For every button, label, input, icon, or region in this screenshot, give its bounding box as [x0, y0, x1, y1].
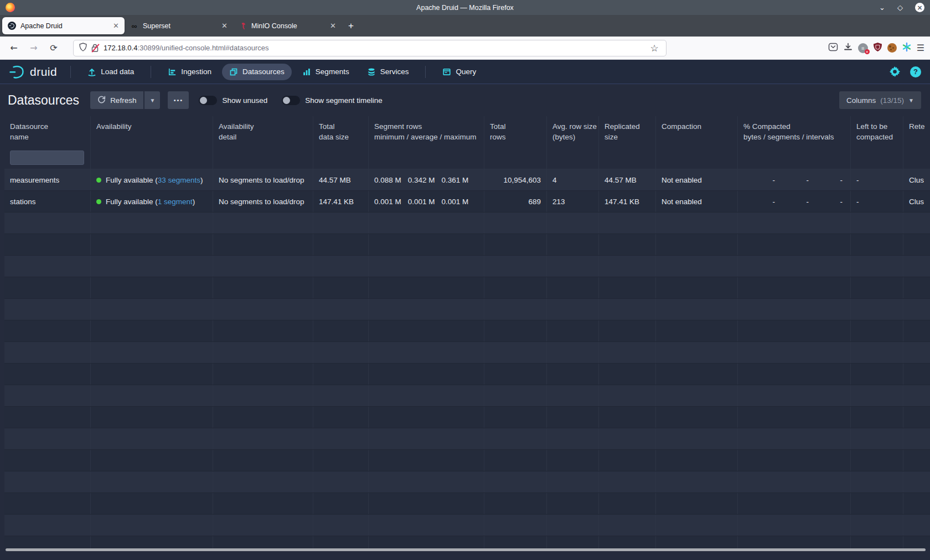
new-tab-button[interactable]: + — [342, 20, 360, 32]
empty-cell — [313, 364, 369, 385]
download-icon[interactable] — [843, 42, 853, 54]
empty-cell — [313, 515, 369, 536]
settings-gear-icon[interactable] — [890, 66, 900, 77]
bookmark-star-icon[interactable]: ☆ — [648, 42, 660, 54]
pocket-icon[interactable] — [828, 42, 838, 54]
tab-apache-druid[interactable]: Apache Druid ✕ — [2, 17, 125, 34]
empty-cell — [599, 493, 656, 514]
column-header-retention[interactable]: Rete — [903, 116, 930, 146]
nav-item-query[interactable]: Query — [435, 64, 483, 80]
empty-cell — [547, 212, 599, 234]
ublock-origin-icon[interactable] — [873, 42, 882, 54]
column-header-availability[interactable]: Availability — [91, 116, 213, 146]
table-filter-row — [4, 146, 930, 169]
menu-icon[interactable]: ☰ — [917, 43, 924, 53]
nav-item-datasources[interactable]: Datasources — [222, 64, 292, 80]
nav-item-label: Ingestion — [181, 68, 211, 76]
empty-table-row — [4, 493, 930, 515]
privacy-extension-icon[interactable]: ıı✕ — [858, 43, 868, 53]
insecure-lock-icon[interactable] — [91, 44, 99, 53]
segments-link[interactable]: 1 segment — [158, 198, 193, 206]
column-header-total-rows[interactable]: Totalrows — [484, 116, 547, 146]
empty-cell — [4, 277, 91, 298]
empty-cell — [369, 342, 484, 363]
table-row-stations: stations Fully available (1 segment) No … — [4, 191, 930, 212]
cell-total-data-size: 44.57 MB — [313, 169, 369, 190]
empty-cell — [369, 320, 484, 341]
empty-cell — [903, 299, 930, 320]
cell-retention: Clus — [903, 169, 930, 190]
datasource-name-filter-input[interactable] — [10, 151, 84, 165]
empty-cell — [91, 320, 213, 341]
maximize-icon[interactable]: ◇ — [897, 4, 903, 11]
forward-icon[interactable]: → — [25, 40, 42, 56]
column-header-replicated-size[interactable]: Replicatedsize — [599, 116, 656, 146]
tab-close-icon[interactable]: ✕ — [330, 22, 336, 30]
shield-icon[interactable] — [79, 43, 87, 54]
empty-cell — [656, 515, 738, 536]
empty-cell — [599, 320, 656, 341]
empty-cell — [484, 407, 547, 428]
help-icon[interactable]: ? — [910, 66, 921, 77]
back-icon[interactable]: ← — [6, 40, 22, 56]
empty-cell — [599, 428, 656, 449]
url-bar[interactable]: 172.18.0.4:30899/unified-console.html#da… — [73, 40, 666, 56]
empty-cell — [4, 212, 91, 234]
nav-item-services[interactable]: Services — [360, 64, 416, 80]
nav-item-label: Segments — [316, 68, 349, 76]
nav-item-segments[interactable]: Segments — [295, 64, 356, 80]
empty-cell — [903, 277, 930, 298]
column-header-segment-rows[interactable]: Segment rowsminimum / average / maximum — [369, 116, 484, 146]
empty-cell — [851, 536, 903, 548]
druid-logo[interactable]: druid — [9, 64, 57, 80]
datasources-table: Datasourcename Availability Availability… — [0, 116, 930, 548]
empty-table-row — [4, 364, 930, 385]
empty-cell — [903, 450, 930, 471]
nav-item-load-data[interactable]: Load data — [80, 64, 141, 80]
nav-item-ingestion[interactable]: Ingestion — [161, 64, 219, 80]
refresh-button[interactable]: Refresh — [90, 91, 143, 109]
column-header-datasource-name[interactable]: Datasourcename — [4, 116, 91, 146]
empty-table-row — [4, 515, 930, 536]
segments-link[interactable]: 33 segments — [158, 176, 200, 184]
tab-close-icon[interactable]: ✕ — [113, 22, 119, 30]
reload-icon[interactable]: ⟳ — [45, 40, 62, 56]
columns-count: (13/15) — [880, 96, 904, 105]
empty-cell — [599, 385, 656, 406]
window-titlebar: Apache Druid — Mozilla Firefox ⌄ ◇ × — [0, 0, 930, 15]
column-header-avg-row-size[interactable]: Avg. row size(bytes) — [547, 116, 599, 146]
empty-cell — [851, 428, 903, 449]
empty-cell — [599, 299, 656, 320]
column-header-total-data-size[interactable]: Totaldata size — [313, 116, 369, 146]
columns-button[interactable]: Columns (13/15) ▼ — [839, 91, 921, 109]
column-header-compaction[interactable]: Compaction — [656, 116, 738, 146]
close-icon[interactable]: × — [915, 3, 924, 12]
url-text[interactable]: 172.18.0.4:30899/unified-console.html#da… — [104, 44, 644, 52]
column-header-pct-compacted[interactable]: % Compactedbytes / segments / intervals — [738, 116, 851, 146]
ingestion-icon — [168, 68, 177, 76]
empty-cell — [547, 342, 599, 363]
empty-cell — [91, 471, 213, 492]
cell-replicated-size: 147.41 KB — [599, 191, 656, 212]
cell-datasource-name[interactable]: measurements — [4, 169, 91, 190]
horizontal-scrollbar[interactable] — [6, 548, 926, 551]
show-segment-timeline-toggle[interactable] — [282, 96, 300, 105]
cookie-extension-icon[interactable] — [887, 43, 897, 53]
minimize-icon[interactable]: ⌄ — [879, 4, 885, 11]
more-options-button[interactable]: ••• — [168, 91, 189, 109]
empty-table-row — [4, 471, 930, 493]
cell-availability: Fully available (1 segment) — [91, 191, 213, 212]
refresh-dropdown-button[interactable]: ▼ — [144, 91, 160, 109]
tab-minio-console[interactable]: MinIO Console ✕ — [233, 17, 342, 34]
empty-cell — [851, 364, 903, 385]
column-header-availability-detail[interactable]: Availabilitydetail — [213, 116, 313, 146]
empty-cell — [4, 471, 91, 492]
tab-superset[interactable]: ∞ Superset ✕ — [125, 17, 233, 34]
show-unused-toggle[interactable] — [199, 96, 217, 105]
column-header-left-to-be-compacted[interactable]: Left to becompacted — [851, 116, 903, 146]
asterisk-extension-icon[interactable] — [902, 42, 912, 54]
empty-cell — [547, 407, 599, 428]
tab-close-icon[interactable]: ✕ — [221, 22, 228, 30]
cell-datasource-name[interactable]: stations — [4, 191, 91, 212]
empty-cell — [313, 299, 369, 320]
